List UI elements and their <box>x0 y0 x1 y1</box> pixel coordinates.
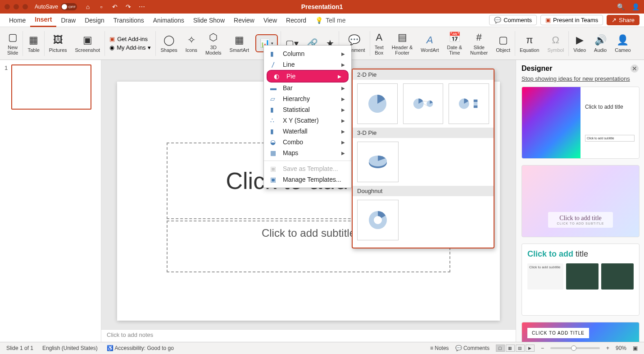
svg-point-12 <box>374 216 382 224</box>
tab-design[interactable]: Design <box>80 14 109 27</box>
header-footer-button[interactable]: ▤Header & Footer <box>388 27 416 60</box>
slide-thumbnail[interactable] <box>11 64 91 110</box>
waterfall-chart-icon: ▮ <box>270 128 278 135</box>
present-teams-button[interactable]: ▣Present in Teams <box>540 15 603 25</box>
comment-icon: 💬 <box>494 17 501 23</box>
cameo-button[interactable]: 👤Cameo <box>611 27 634 60</box>
autosave-toggle[interactable]: OFF <box>61 3 77 10</box>
tell-me-search[interactable]: 💡 Tell me <box>315 17 345 24</box>
notes-toggle[interactable]: ≡ Notes <box>430 345 449 351</box>
icons-button[interactable]: ✧Icons <box>182 27 201 60</box>
ribbon-tabs: Home Insert Draw Design Transitions Anim… <box>0 14 644 27</box>
present-icon: ▣ <box>545 17 551 23</box>
shapes-button[interactable]: ◯Shapes <box>157 27 181 60</box>
zoom-out-button[interactable]: − <box>541 345 544 351</box>
account-icon[interactable]: 👤 <box>631 3 639 11</box>
zoom-in-button[interactable]: + <box>606 345 609 351</box>
more-icon[interactable]: ⋯ <box>138 3 146 11</box>
pie-2d-option[interactable] <box>357 83 398 124</box>
pictures-button[interactable]: 🖼Pictures <box>45 27 71 60</box>
maximize-window-icon[interactable] <box>23 4 28 9</box>
new-slide-button[interactable]: ▢New Slide <box>4 27 22 60</box>
slideshow-view-button[interactable]: ▶ <box>526 345 535 352</box>
menu-item-maps[interactable]: ▦Maps▶ <box>264 147 351 158</box>
equation-icon: π <box>526 34 533 46</box>
tab-draw[interactable]: Draw <box>56 14 80 27</box>
video-button[interactable]: ▶Video <box>570 27 590 60</box>
menu-item-manage-templates[interactable]: ▣Manage Templates... <box>264 174 351 185</box>
tab-view[interactable]: View <box>259 14 281 27</box>
submenu-header-doughnut: Doughnut <box>353 186 494 196</box>
design-idea-card[interactable]: Click to add title Click to add subtitle <box>522 244 639 316</box>
tab-transitions[interactable]: Transitions <box>109 14 149 27</box>
textbox-button[interactable]: AText Box <box>371 27 387 60</box>
undo-icon[interactable]: ↶ <box>111 3 119 11</box>
tab-animations[interactable]: Animations <box>149 14 189 27</box>
minimize-window-icon[interactable] <box>14 4 19 9</box>
chart-type-menu: ▮Column▶ 〳Line▶ ◐Pie▶ ▬Bar▶ ▱Hierarchy▶ … <box>263 45 352 188</box>
comments-toggle[interactable]: 💬 Comments <box>455 345 490 351</box>
chevron-right-icon: ▶ <box>341 151 345 156</box>
menu-item-bar[interactable]: ▬Bar▶ <box>264 83 351 93</box>
textbox-icon: A <box>376 31 382 44</box>
language-indicator[interactable]: English (United States) <box>42 345 98 351</box>
notes-pane[interactable]: Click to add notes <box>101 329 516 342</box>
menu-item-statistical[interactable]: ▮Statistical▶ <box>264 104 351 115</box>
equation-button[interactable]: πEquation <box>516 27 543 60</box>
audio-button[interactable]: 🔊Audio <box>590 27 610 60</box>
search-icon[interactable]: 🔍 <box>617 3 625 11</box>
smartart-button[interactable]: ▦SmartArt <box>226 27 253 60</box>
close-window-icon[interactable] <box>5 4 10 9</box>
tab-home[interactable]: Home <box>5 14 30 27</box>
object-button[interactable]: ▢Object <box>492 27 514 60</box>
menu-item-waterfall[interactable]: ▮Waterfall▶ <box>264 126 351 137</box>
fit-to-window-button[interactable]: ▣ <box>633 345 638 351</box>
doughnut-icon <box>367 209 389 231</box>
menu-item-scatter[interactable]: ∴X Y (Scatter)▶ <box>264 115 351 126</box>
my-addins-button[interactable]: ◉My Add-ins ▾ <box>109 44 151 51</box>
doughnut-option[interactable] <box>357 200 399 240</box>
save-icon[interactable]: ▫ <box>97 3 105 11</box>
tab-slideshow[interactable]: Slide Show <box>189 14 229 27</box>
chevron-right-icon: ▶ <box>341 107 345 112</box>
table-button[interactable]: ▦Table <box>24 27 43 60</box>
tab-record[interactable]: Record <box>281 14 311 27</box>
designer-title: Designer <box>522 64 552 73</box>
comments-button[interactable]: 💬Comments <box>489 15 537 25</box>
tab-insert[interactable]: Insert <box>30 14 56 27</box>
get-addins-button[interactable]: ▣Get Add-ins <box>109 36 151 42</box>
zoom-level[interactable]: 90% <box>616 345 626 351</box>
menu-item-pie[interactable]: ◐Pie▶ <box>267 70 349 83</box>
stop-ideas-link[interactable]: Stop showing ideas for new presentations <box>522 75 639 82</box>
design-idea-card[interactable]: CLICK TO ADD TITLE <box>522 322 639 342</box>
datetime-button[interactable]: 📅Date & Time <box>443 27 466 60</box>
normal-view-button[interactable]: ▢ <box>496 345 505 352</box>
menu-item-hierarchy[interactable]: ▱Hierarchy▶ <box>264 93 351 104</box>
screenshot-button[interactable]: ▣Screenshot <box>72 27 104 60</box>
symbol-button[interactable]: ΩSymbol <box>544 27 567 60</box>
share-button[interactable]: ↗Share <box>607 15 639 25</box>
3d-models-button[interactable]: ⬡3D Models <box>202 27 225 60</box>
submenu-header-3d: 3-D Pie <box>353 128 494 138</box>
zoom-thumb[interactable] <box>571 345 576 351</box>
accessibility-status[interactable]: ♿ Accessibility: Good to go <box>107 345 174 351</box>
pie-of-pie-option[interactable] <box>403 83 444 124</box>
home-icon[interactable]: ⌂ <box>84 3 92 11</box>
pie-3d-option[interactable] <box>357 142 399 182</box>
wordart-button[interactable]: AWordArt <box>417 27 442 60</box>
menu-item-combo[interactable]: ◒Combo▶ <box>264 137 351 147</box>
bar-of-pie-option[interactable] <box>449 83 489 124</box>
design-idea-card[interactable]: Click to add title CLICK TO ADD SUBTITLE <box>522 165 639 237</box>
hierarchy-chart-icon: ▱ <box>270 95 278 102</box>
menu-item-column[interactable]: ▮Column▶ <box>264 48 351 59</box>
redo-icon[interactable]: ↷ <box>124 3 132 11</box>
tab-review[interactable]: Review <box>229 14 259 27</box>
close-icon[interactable]: ✕ <box>630 64 639 73</box>
autosave-control[interactable]: AutoSave OFF <box>35 3 77 10</box>
slidenumber-button[interactable]: #Slide Number <box>467 27 491 60</box>
zoom-slider[interactable] <box>550 347 600 349</box>
reading-view-button[interactable]: ▤ <box>516 345 525 352</box>
design-idea-card[interactable]: Click to add title Click to add subtitle <box>522 87 639 159</box>
menu-item-line[interactable]: 〳Line▶ <box>264 59 351 70</box>
sorter-view-button[interactable]: ▦ <box>506 345 515 352</box>
